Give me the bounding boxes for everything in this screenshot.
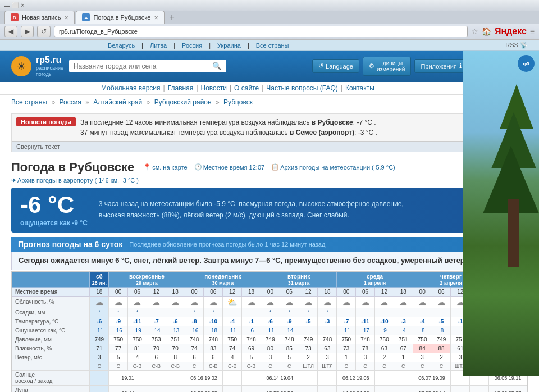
forecast-update: Последнее обновление прогноза погоды был… — [129, 241, 325, 248]
tab-new-record[interactable]: D Новая запись ✕ — [4, 11, 75, 24]
forecast-title: Прогноз погоды на 6 суток — [18, 240, 122, 249]
sr-4 — [166, 370, 185, 385]
breadcrumb-all-countries[interactable]: Все страны — [11, 98, 47, 106]
wd-12: ШТЛ — [299, 362, 318, 370]
archive-link[interactable]: 📋 Архив погоды на метеостанции (-5.9 °С) — [271, 163, 395, 171]
sr-7 — [242, 370, 261, 385]
about-link[interactable]: О сайте — [234, 84, 259, 92]
units-label: Единицыизмерений — [377, 60, 405, 72]
back-button[interactable]: ◀ — [4, 26, 17, 37]
apps-button[interactable]: Приложения ℹ — [414, 59, 467, 73]
news-text-content: За последние 12 часов минимальная темпер… — [80, 117, 377, 138]
cloud-19: ☁ — [432, 296, 451, 308]
pres-19: 749 — [432, 335, 451, 344]
new-tab-button[interactable]: + — [166, 11, 177, 24]
forward-button[interactable]: ▶ — [21, 26, 34, 37]
precip-8 — [223, 308, 242, 317]
ws-3: 4 — [128, 353, 147, 362]
bookmark-icon[interactable]: ☆ — [471, 27, 478, 36]
local-time-link[interactable]: 🕐 Местное время 12:07 — [194, 163, 265, 171]
title-links: 📍 см. на карте 🕐 Местное время 12:07 📋 А… — [143, 163, 395, 171]
feels-18: -8 — [413, 326, 432, 335]
temp-12: -5 — [299, 317, 318, 326]
language-button[interactable]: ↺ Language — [312, 59, 359, 73]
ws-6: 6 — [185, 353, 204, 362]
country-link-belarus[interactable]: Беларусь — [108, 42, 135, 49]
hum-18: 84 — [413, 344, 432, 353]
contacts-link[interactable]: Контакты — [345, 84, 374, 92]
feels-19: -8 — [432, 326, 451, 335]
top-nav-links: Мобильная версия | Главная | Новости | О… — [101, 84, 374, 92]
units-icon: ⚙ — [369, 62, 374, 70]
news-link[interactable]: Новости — [201, 84, 227, 92]
temp-1: -6 — [90, 317, 109, 326]
language-icon: ↺ — [318, 62, 323, 70]
collapse-button[interactable]: Свернуть текст ▼ — [12, 141, 527, 152]
time-18d: 18 — [318, 287, 337, 296]
wd-18: С — [413, 362, 432, 370]
search-box[interactable]: 🔍 — [69, 60, 226, 72]
feels-7: -18 — [204, 326, 223, 335]
tab-weather[interactable]: ☁ Погода в Рубцовске ✕ — [76, 11, 165, 24]
breadcrumb-altai[interactable]: Алтайский край — [93, 98, 142, 106]
units-button[interactable]: ⚙ Единицыизмерений — [363, 57, 411, 76]
wd-1: С — [90, 362, 109, 370]
news-content: Новости погоды За последние 12 часов мин… — [12, 114, 527, 141]
faq-link[interactable]: Частые вопросы (FAQ) — [266, 84, 338, 92]
search-area: 🔍 — [69, 60, 307, 72]
sr-3 — [147, 370, 166, 385]
time-06c: 06 — [280, 287, 299, 296]
cloud-7: ☁ — [204, 296, 223, 308]
mobile-version-link[interactable]: Мобильная версия — [101, 84, 161, 92]
pressure-label: Давление, мм — [12, 335, 90, 344]
country-link-russia[interactable]: Россия — [182, 42, 202, 49]
tree-trunk — [508, 199, 519, 267]
reload-button[interactable]: ↺ — [37, 26, 51, 37]
wd-14: С — [337, 362, 356, 370]
th-day-today: сб28 лн. — [90, 272, 109, 287]
sr-14: 06:07 19:09 — [413, 370, 451, 385]
feels-like-row: Ощущается как, °С -11 -16 -19 -14 -13 -1… — [12, 326, 527, 335]
map-link[interactable]: 📍 см. на карте — [143, 163, 188, 171]
hum-11: 85 — [280, 344, 299, 353]
mr-9 — [299, 385, 318, 392]
mr-6 — [223, 385, 242, 392]
pres-17: 751 — [394, 335, 413, 344]
breadcrumb-rubtsovsky[interactable]: Рубцовский район — [154, 98, 212, 106]
precip-7: * — [204, 308, 223, 317]
country-link-ukraine[interactable]: Украина — [217, 42, 241, 49]
logo-area: ☀ rp5.ru расписаниепогоды — [11, 55, 63, 78]
title-row: Погода в Рубцовске 📍 см. на карте 🕐 Мест… — [11, 160, 528, 175]
tab-label-1: Новая запись — [22, 14, 61, 21]
airport-link[interactable]: ✈ Архив погоды в аэропорту ( 146 км, -3 … — [11, 177, 528, 184]
tab-close-2[interactable]: ✕ — [154, 15, 158, 21]
mr-14: 17:03 05:14 — [413, 385, 451, 392]
home-link[interactable]: Главная — [168, 84, 194, 92]
local-time-label: Местное время 12:07 — [203, 164, 265, 171]
address-bar[interactable]: rp5.ru/Погода_в_Рубцовске — [54, 26, 468, 37]
breadcrumb-rubtsovsk[interactable]: Рубцовск — [223, 98, 253, 106]
yandex-logo: Яндекс — [495, 26, 527, 37]
ws-11: 5 — [280, 353, 299, 362]
tab-close-1[interactable]: ✕ — [64, 15, 68, 21]
airport-link-row: ✈ Архив погоды в аэропорту ( 146 км, -3 … — [11, 177, 528, 184]
feels-10: -11 — [261, 326, 280, 335]
country-link-lithuania[interactable]: Литва — [150, 42, 167, 49]
menu-icon[interactable]: ≡ — [530, 27, 535, 36]
breadcrumb-russia[interactable]: Россия — [59, 98, 81, 106]
wd-4: С-В — [147, 362, 166, 370]
cloud-6: ☁ — [185, 296, 204, 308]
ws-9: 5 — [242, 353, 261, 362]
city-search-input[interactable] — [74, 62, 212, 70]
time-00d: 00 — [337, 287, 356, 296]
sidebar-logo-text: rp5 — [523, 62, 529, 66]
cloud-10: ☁ — [261, 296, 280, 308]
rss-text: RSS 📡 — [505, 42, 528, 49]
wd-15: С — [356, 362, 375, 370]
wd-5: С-В — [166, 362, 185, 370]
humidity-row: Влажность, % 71 77 81 70 70 74 83 74 69 … — [12, 344, 527, 353]
ws-19: 2 — [432, 353, 451, 362]
search-button[interactable]: 🔍 — [212, 62, 222, 70]
country-link-all[interactable]: Все страны — [256, 42, 289, 49]
home-icon[interactable]: 🏠 — [482, 27, 491, 36]
